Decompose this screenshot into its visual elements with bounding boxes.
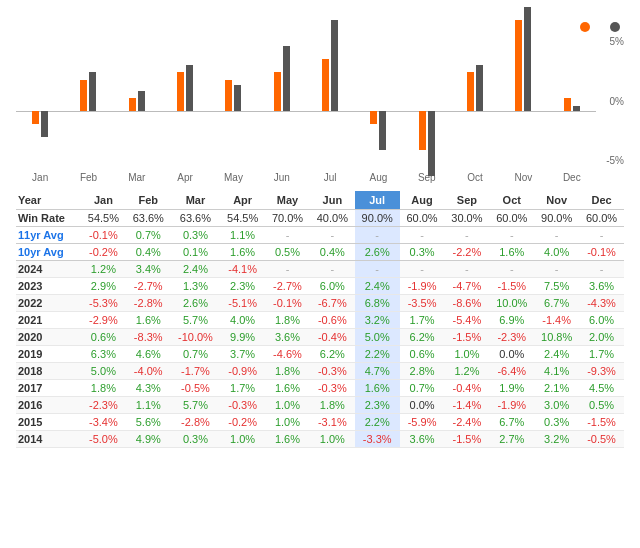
cell-value: 3.7% (220, 346, 265, 363)
mean-bar (476, 65, 483, 112)
cell-value: 40.0% (310, 210, 355, 227)
cell-value: - (444, 227, 489, 244)
cell-value: 2.4% (534, 346, 579, 363)
cell-value: 6.7% (534, 295, 579, 312)
legend-median (580, 22, 594, 32)
cell-value: 1.7% (400, 312, 445, 329)
col-header-may: May (265, 191, 310, 210)
cell-value: 0.6% (400, 346, 445, 363)
cell-value: 0.7% (126, 227, 171, 244)
cell-value: 4.3% (126, 380, 171, 397)
cell-value: -9.3% (579, 363, 624, 380)
row-label: 2023 (16, 278, 81, 295)
median-bar (419, 111, 426, 150)
table-row: 20200.6%-8.3%-10.0%9.9%3.6%-0.4%5.0%6.2%… (16, 329, 624, 346)
table-row: 20241.2%3.4%2.4%-4.1%-------- (16, 261, 624, 278)
cell-value: 0.6% (81, 329, 126, 346)
cell-value: -1.7% (171, 363, 221, 380)
cell-value: 0.4% (126, 244, 171, 261)
median-bar (322, 59, 329, 111)
cell-value: 3.6% (400, 431, 445, 448)
cell-value: 3.4% (126, 261, 171, 278)
cell-value: 63.6% (171, 210, 221, 227)
cell-value: -1.5% (444, 329, 489, 346)
cell-value: -3.3% (355, 431, 400, 448)
cell-value: 1.0% (265, 414, 310, 431)
cell-value: 0.0% (400, 397, 445, 414)
cell-value: 2.7% (489, 431, 534, 448)
median-bar (32, 111, 39, 124)
cell-value: - (489, 227, 534, 244)
cell-value: 2.8% (400, 363, 445, 380)
x-label-may: May (209, 172, 257, 183)
cell-value: -2.3% (489, 329, 534, 346)
cell-value: 1.0% (310, 431, 355, 448)
cell-value: 2.6% (171, 295, 221, 312)
cell-value: 2.3% (355, 397, 400, 414)
col-header-apr: Apr (220, 191, 265, 210)
row-label: 11yr Avg (16, 227, 81, 244)
median-bar (515, 20, 522, 111)
cell-value: 1.8% (265, 312, 310, 329)
x-label-jun: Jun (258, 172, 306, 183)
cell-value: -5.3% (81, 295, 126, 312)
page-container: 5% 0% -5% JanFebMarAprMayJunJulAugSepOct… (0, 0, 640, 460)
x-label-jul: Jul (306, 172, 354, 183)
cell-value: -0.4% (444, 380, 489, 397)
cell-value: 1.8% (81, 380, 126, 397)
mean-bar (573, 106, 580, 111)
x-label-nov: Nov (499, 172, 547, 183)
x-label-feb: Feb (64, 172, 112, 183)
row-label: 2014 (16, 431, 81, 448)
cell-value: 6.9% (489, 312, 534, 329)
col-header-dec: Dec (579, 191, 624, 210)
cell-value: -0.3% (310, 380, 355, 397)
median-dot (580, 22, 590, 32)
col-header-jan: Jan (81, 191, 126, 210)
row-label: 2024 (16, 261, 81, 278)
cell-value: -1.9% (489, 397, 534, 414)
cell-value: 4.5% (579, 380, 624, 397)
bar-group-jul (306, 36, 354, 166)
cell-value: 0.7% (171, 346, 221, 363)
col-header-sep: Sep (444, 191, 489, 210)
bar-group-apr (161, 36, 209, 166)
cell-value: -4.0% (126, 363, 171, 380)
cell-value: -1.4% (534, 312, 579, 329)
cell-value: - (310, 261, 355, 278)
col-header-year: Year (16, 191, 81, 210)
median-bar (177, 72, 184, 111)
cell-value: -0.1% (579, 244, 624, 261)
cell-value: 0.5% (579, 397, 624, 414)
cell-value: -5.0% (81, 431, 126, 448)
cell-value: -5.4% (444, 312, 489, 329)
table-row: Win Rate54.5%63.6%63.6%54.5%70.0%40.0%90… (16, 210, 624, 227)
row-label: 2016 (16, 397, 81, 414)
cell-value: 63.6% (126, 210, 171, 227)
cell-value: -0.2% (220, 414, 265, 431)
mean-bar (428, 111, 435, 176)
cell-value: -0.5% (579, 431, 624, 448)
mean-dot (610, 22, 620, 32)
cell-value: 1.2% (444, 363, 489, 380)
row-label: 10yr Avg (16, 244, 81, 261)
cell-value: -2.2% (444, 244, 489, 261)
cell-value: 2.3% (220, 278, 265, 295)
row-label: 2022 (16, 295, 81, 312)
cell-value: 1.6% (220, 244, 265, 261)
mean-bar (379, 111, 386, 150)
cell-value: 6.7% (489, 414, 534, 431)
row-label: 2018 (16, 363, 81, 380)
cell-value: 4.1% (534, 363, 579, 380)
cell-value: -2.4% (444, 414, 489, 431)
cell-value: - (534, 261, 579, 278)
cell-value: - (579, 227, 624, 244)
bar-group-dec (548, 36, 596, 166)
median-bar (129, 98, 136, 111)
cell-value: 7.5% (534, 278, 579, 295)
mean-bar (234, 85, 241, 111)
cell-value: -1.5% (489, 278, 534, 295)
cell-value: 2.4% (355, 278, 400, 295)
cell-value: 1.0% (265, 397, 310, 414)
cell-value: - (534, 227, 579, 244)
